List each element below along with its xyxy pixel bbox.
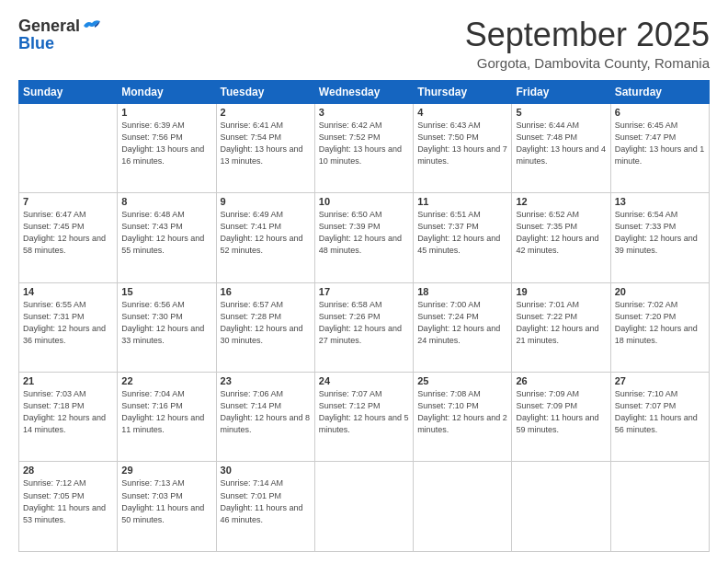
- day-info: Sunrise: 6:48 AMSunset: 7:43 PMDaylight:…: [121, 209, 211, 257]
- calendar-cell: 6Sunrise: 6:45 AMSunset: 7:47 PMDaylight…: [610, 103, 709, 192]
- weekday-wednesday: Wednesday: [314, 80, 413, 103]
- day-number: 29: [121, 465, 211, 476]
- week-row-5: 28Sunrise: 7:12 AMSunset: 7:05 PMDayligh…: [19, 462, 710, 552]
- month-title: September 2025: [465, 17, 710, 53]
- calendar-cell: 10Sunrise: 6:50 AMSunset: 7:39 PMDayligh…: [314, 193, 413, 282]
- weekday-monday: Monday: [118, 80, 216, 103]
- calendar-cell: [19, 103, 118, 192]
- day-number: 2: [221, 107, 311, 118]
- calendar-cell: 29Sunrise: 7:13 AMSunset: 7:03 PMDayligh…: [118, 462, 216, 552]
- calendar-cell: 5Sunrise: 6:44 AMSunset: 7:48 PMDaylight…: [512, 103, 610, 192]
- day-info: Sunrise: 6:56 AMSunset: 7:30 PMDaylight:…: [121, 299, 211, 347]
- day-number: 7: [23, 196, 113, 207]
- logo-general: General: [18, 17, 80, 36]
- calendar-cell: [512, 462, 610, 552]
- day-number: 27: [615, 375, 705, 386]
- day-number: 14: [23, 286, 113, 297]
- calendar-cell: 23Sunrise: 7:06 AMSunset: 7:14 PMDayligh…: [216, 373, 314, 462]
- calendar-cell: 19Sunrise: 7:01 AMSunset: 7:22 PMDayligh…: [512, 282, 610, 372]
- day-number: 12: [516, 196, 606, 207]
- day-info: Sunrise: 6:51 AMSunset: 7:37 PMDaylight:…: [417, 209, 507, 257]
- weekday-sunday: Sunday: [19, 80, 118, 103]
- day-number: 13: [615, 196, 705, 207]
- page: General Blue September 2025 Gorgota, Dam…: [0, 0, 728, 563]
- day-number: 26: [516, 375, 606, 386]
- header: General Blue September 2025 Gorgota, Dam…: [18, 17, 710, 71]
- day-number: 10: [319, 196, 409, 207]
- day-number: 25: [417, 375, 507, 386]
- calendar-cell: 12Sunrise: 6:52 AMSunset: 7:35 PMDayligh…: [512, 193, 610, 282]
- calendar-cell: 15Sunrise: 6:56 AMSunset: 7:30 PMDayligh…: [118, 282, 216, 372]
- day-number: 5: [516, 107, 606, 118]
- calendar-cell: 27Sunrise: 7:10 AMSunset: 7:07 PMDayligh…: [610, 373, 709, 462]
- day-info: Sunrise: 7:00 AMSunset: 7:24 PMDaylight:…: [417, 299, 507, 347]
- day-info: Sunrise: 6:57 AMSunset: 7:28 PMDaylight:…: [221, 299, 311, 347]
- day-number: 24: [319, 375, 409, 386]
- calendar-cell: 4Sunrise: 6:43 AMSunset: 7:50 PMDaylight…: [414, 103, 512, 192]
- day-info: Sunrise: 6:49 AMSunset: 7:41 PMDaylight:…: [221, 209, 311, 257]
- day-info: Sunrise: 7:03 AMSunset: 7:18 PMDaylight:…: [23, 388, 113, 436]
- day-number: 22: [121, 375, 211, 386]
- calendar-cell: 13Sunrise: 6:54 AMSunset: 7:33 PMDayligh…: [610, 193, 709, 282]
- day-info: Sunrise: 6:44 AMSunset: 7:48 PMDaylight:…: [516, 120, 606, 167]
- logo-bird-icon: [82, 18, 102, 33]
- day-info: Sunrise: 7:02 AMSunset: 7:20 PMDaylight:…: [615, 299, 705, 347]
- day-info: Sunrise: 7:14 AMSunset: 7:01 PMDaylight:…: [221, 477, 311, 525]
- calendar-cell: 2Sunrise: 6:41 AMSunset: 7:54 PMDaylight…: [216, 103, 314, 192]
- weekday-thursday: Thursday: [414, 80, 512, 103]
- day-number: 15: [121, 286, 211, 297]
- day-number: 28: [23, 465, 113, 476]
- day-info: Sunrise: 6:52 AMSunset: 7:35 PMDaylight:…: [516, 209, 606, 257]
- day-info: Sunrise: 7:12 AMSunset: 7:05 PMDaylight:…: [23, 477, 113, 525]
- day-info: Sunrise: 6:45 AMSunset: 7:47 PMDaylight:…: [615, 120, 705, 167]
- day-info: Sunrise: 6:41 AMSunset: 7:54 PMDaylight:…: [221, 120, 311, 167]
- day-number: 11: [417, 196, 507, 207]
- day-number: 19: [516, 286, 606, 297]
- calendar-cell: 1Sunrise: 6:39 AMSunset: 7:56 PMDaylight…: [118, 103, 216, 192]
- weekday-header-row: SundayMondayTuesdayWednesdayThursdayFrid…: [19, 80, 710, 103]
- calendar-cell: 22Sunrise: 7:04 AMSunset: 7:16 PMDayligh…: [118, 373, 216, 462]
- logo-blue: Blue: [18, 34, 54, 53]
- week-row-3: 14Sunrise: 6:55 AMSunset: 7:31 PMDayligh…: [19, 282, 710, 372]
- weekday-friday: Friday: [512, 80, 610, 103]
- calendar-cell: 24Sunrise: 7:07 AMSunset: 7:12 PMDayligh…: [314, 373, 413, 462]
- day-number: 18: [417, 286, 507, 297]
- day-info: Sunrise: 6:54 AMSunset: 7:33 PMDaylight:…: [615, 209, 705, 257]
- day-info: Sunrise: 6:42 AMSunset: 7:52 PMDaylight:…: [319, 120, 409, 167]
- day-info: Sunrise: 6:55 AMSunset: 7:31 PMDaylight:…: [23, 299, 113, 347]
- day-info: Sunrise: 7:07 AMSunset: 7:12 PMDaylight:…: [319, 388, 409, 436]
- calendar-cell: [314, 462, 413, 552]
- day-info: Sunrise: 6:58 AMSunset: 7:26 PMDaylight:…: [319, 299, 409, 347]
- calendar-cell: 16Sunrise: 6:57 AMSunset: 7:28 PMDayligh…: [216, 282, 314, 372]
- calendar-cell: 18Sunrise: 7:00 AMSunset: 7:24 PMDayligh…: [414, 282, 512, 372]
- calendar-cell: [610, 462, 709, 552]
- calendar-cell: 3Sunrise: 6:42 AMSunset: 7:52 PMDaylight…: [314, 103, 413, 192]
- calendar-cell: 30Sunrise: 7:14 AMSunset: 7:01 PMDayligh…: [216, 462, 314, 552]
- calendar-cell: 26Sunrise: 7:09 AMSunset: 7:09 PMDayligh…: [512, 373, 610, 462]
- day-info: Sunrise: 7:04 AMSunset: 7:16 PMDaylight:…: [121, 388, 211, 436]
- title-block: September 2025 Gorgota, Dambovita County…: [465, 17, 710, 71]
- calendar-cell: 7Sunrise: 6:47 AMSunset: 7:45 PMDaylight…: [19, 193, 118, 282]
- day-info: Sunrise: 6:47 AMSunset: 7:45 PMDaylight:…: [23, 209, 113, 257]
- day-number: 4: [417, 107, 507, 118]
- calendar-cell: 21Sunrise: 7:03 AMSunset: 7:18 PMDayligh…: [19, 373, 118, 462]
- day-info: Sunrise: 7:10 AMSunset: 7:07 PMDaylight:…: [615, 388, 705, 436]
- calendar-cell: 11Sunrise: 6:51 AMSunset: 7:37 PMDayligh…: [414, 193, 512, 282]
- day-number: 21: [23, 375, 113, 386]
- day-number: 23: [221, 375, 311, 386]
- day-info: Sunrise: 6:39 AMSunset: 7:56 PMDaylight:…: [121, 120, 211, 167]
- day-number: 1: [121, 107, 211, 118]
- calendar-cell: 28Sunrise: 7:12 AMSunset: 7:05 PMDayligh…: [19, 462, 118, 552]
- calendar-cell: 14Sunrise: 6:55 AMSunset: 7:31 PMDayligh…: [19, 282, 118, 372]
- day-number: 16: [221, 286, 311, 297]
- day-info: Sunrise: 7:09 AMSunset: 7:09 PMDaylight:…: [516, 388, 606, 436]
- day-info: Sunrise: 7:08 AMSunset: 7:10 PMDaylight:…: [417, 388, 507, 436]
- calendar-cell: 20Sunrise: 7:02 AMSunset: 7:20 PMDayligh…: [610, 282, 709, 372]
- day-info: Sunrise: 6:43 AMSunset: 7:50 PMDaylight:…: [417, 120, 507, 167]
- calendar-cell: [414, 462, 512, 552]
- day-info: Sunrise: 7:06 AMSunset: 7:14 PMDaylight:…: [221, 388, 311, 436]
- week-row-2: 7Sunrise: 6:47 AMSunset: 7:45 PMDaylight…: [19, 193, 710, 282]
- location: Gorgota, Dambovita County, Romania: [465, 55, 710, 71]
- calendar-cell: 8Sunrise: 6:48 AMSunset: 7:43 PMDaylight…: [118, 193, 216, 282]
- day-number: 9: [221, 196, 311, 207]
